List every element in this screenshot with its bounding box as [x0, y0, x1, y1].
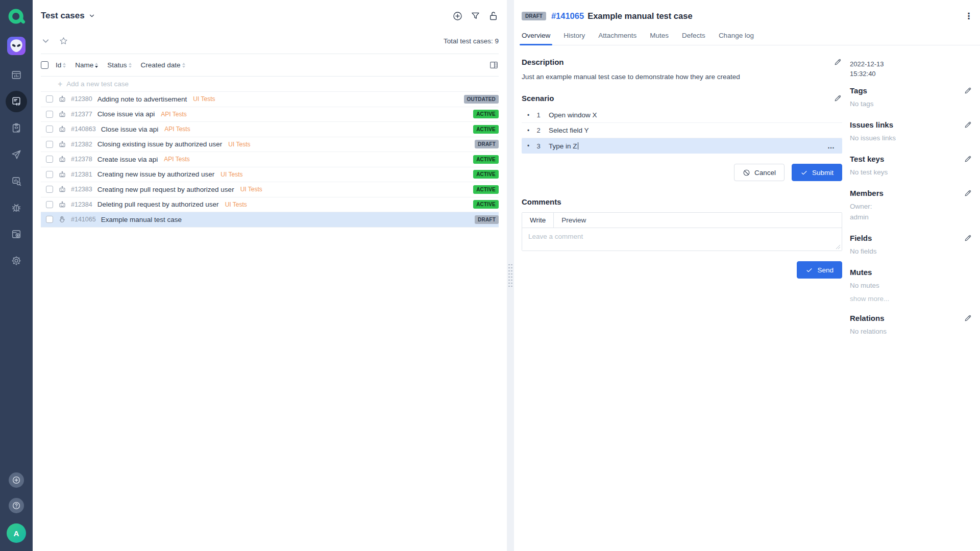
edit-description-icon[interactable]: [834, 58, 842, 66]
meta-value: No issues links: [850, 133, 972, 143]
help-button[interactable]: [9, 498, 24, 513]
table-row[interactable]: #140863Close issue via apiAPI TestsACTIV…: [41, 122, 499, 137]
unlock-icon[interactable]: [488, 11, 499, 21]
comment-tab-preview[interactable]: Preview: [554, 213, 594, 228]
test-case-tag: UI Tests: [193, 95, 215, 103]
rail-item-jobs[interactable]: [6, 223, 27, 245]
allure-logo-icon[interactable]: [6, 6, 27, 27]
app-root: A Test cases Total test cases: 9 Id Na: [0, 0, 980, 551]
defects-icon: [11, 202, 22, 213]
row-checkbox[interactable]: [46, 111, 53, 118]
create-test-case-icon[interactable]: [452, 11, 463, 21]
test-case-id-link[interactable]: #141065: [551, 11, 584, 21]
meta-section-mutes: Mutes No mutesshow more...: [850, 268, 972, 303]
table-settings-icon[interactable]: [489, 60, 499, 70]
detail-tabs: OverviewHistoryAttachmentsMutesDefectsCh…: [522, 32, 980, 45]
status-badge: DRAFT: [475, 140, 499, 148]
tab-mutes[interactable]: Mutes: [650, 32, 669, 45]
table-row[interactable]: #12380Adding note to advertisementUI Tes…: [41, 92, 499, 107]
test-case-tag: API Tests: [164, 126, 190, 133]
edit-scenario-icon[interactable]: [834, 94, 842, 103]
meta-value: No fields: [850, 246, 972, 257]
meta-heading: Members: [850, 189, 884, 197]
kebab-menu-icon[interactable]: ⋮: [964, 11, 974, 21]
send-button[interactable]: Send: [797, 261, 842, 279]
select-all-checkbox[interactable]: [41, 61, 48, 69]
meta-section-test-keys: Test keys No test keys: [850, 155, 972, 178]
scenario-step[interactable]: •1Open window X: [522, 108, 842, 123]
edit-relations-icon[interactable]: [964, 314, 972, 322]
scenario-step[interactable]: •2Select field Y: [522, 123, 842, 138]
plus-icon: +: [58, 80, 62, 88]
tab-attachments[interactable]: Attachments: [598, 32, 636, 45]
table-row[interactable]: #12382Closing existing issue by authoriz…: [41, 137, 499, 153]
row-checkbox[interactable]: [46, 126, 53, 133]
status-badge: ACTIVE: [473, 185, 499, 194]
comment-tab-write[interactable]: Write: [522, 213, 554, 228]
row-checkbox[interactable]: [46, 95, 53, 103]
drag-handle-icon: [508, 263, 513, 288]
table-row[interactable]: #12377Close issue via apiAPI TestsACTIVE: [41, 107, 499, 122]
meta-heading: Tags: [850, 86, 867, 95]
table-row[interactable]: #141065Example manual test caseDRAFT: [41, 212, 499, 228]
column-header-created-date[interactable]: Created date: [141, 61, 185, 69]
step-more-icon[interactable]: …: [827, 142, 835, 150]
column-header-status[interactable]: Status: [107, 61, 131, 69]
favorites-star-icon[interactable]: [59, 36, 68, 46]
user-avatar[interactable]: A: [7, 523, 26, 543]
rail-item-test-plans[interactable]: [6, 117, 27, 139]
submit-button[interactable]: Submit: [792, 164, 842, 181]
edit-test-keys-icon[interactable]: [964, 155, 972, 163]
comment-tabs: WritePreview: [522, 213, 842, 228]
status-badge: ACTIVE: [473, 155, 499, 164]
page-title-dropdown[interactable]: Test cases: [41, 11, 95, 21]
row-checkbox[interactable]: [46, 186, 53, 193]
row-checkbox[interactable]: [46, 201, 53, 208]
scenario-heading: Scenario: [522, 94, 554, 103]
row-checkbox[interactable]: [46, 171, 53, 178]
filter-icon[interactable]: [470, 11, 481, 21]
step-text: Type in Z: [549, 142, 578, 150]
edit-members-icon[interactable]: [964, 189, 972, 197]
scenario-step[interactable]: •3Type in Z…: [522, 138, 842, 154]
edit-issues-links-icon[interactable]: [964, 120, 972, 129]
test-case-id: #12383: [71, 186, 92, 193]
row-checkbox[interactable]: [46, 141, 53, 148]
rail-item-test-cases[interactable]: [6, 91, 27, 112]
dashboard-icon: [11, 69, 22, 81]
sort-icon: [129, 63, 132, 68]
table-row[interactable]: #12381Creating new issue by authorized u…: [41, 167, 499, 183]
column-header-name[interactable]: Name: [75, 61, 98, 69]
rail-item-defects[interactable]: [6, 197, 27, 218]
panel-resizer[interactable]: [507, 0, 514, 551]
row-checkbox[interactable]: [46, 156, 53, 163]
edit-tags-icon[interactable]: [964, 86, 972, 95]
robot-icon: [58, 155, 66, 163]
column-header-id[interactable]: Id: [56, 61, 66, 69]
rail-item-dashboard[interactable]: [6, 64, 27, 86]
project-avatar[interactable]: [7, 37, 26, 55]
table-row[interactable]: #12383Creating new pull request by autho…: [41, 182, 499, 197]
comment-input[interactable]: [522, 228, 842, 251]
step-number: 1: [535, 111, 542, 119]
collapse-chevron-icon[interactable]: [41, 36, 51, 46]
test-case-table: #12380Adding note to advertisementUI Tes…: [41, 92, 499, 228]
tab-defects[interactable]: Defects: [682, 32, 705, 45]
test-case-tag: UI Tests: [220, 171, 242, 178]
rail-item-analytics[interactable]: [6, 170, 27, 192]
cancel-button[interactable]: Cancel: [734, 164, 785, 181]
test-case-tag: API Tests: [164, 156, 189, 163]
row-checkbox[interactable]: [46, 216, 53, 223]
rail-item-settings[interactable]: [6, 250, 27, 271]
table-row[interactable]: #12384Deleting pull request by authorize…: [41, 197, 499, 213]
add-test-case-row[interactable]: + Add a new test case: [41, 77, 499, 92]
tab-change-log[interactable]: Change log: [719, 32, 754, 45]
rail-item-launches[interactable]: [6, 144, 27, 165]
add-button[interactable]: [9, 472, 24, 488]
status-badge: ACTIVE: [473, 170, 499, 179]
tab-history[interactable]: History: [564, 32, 585, 45]
edit-fields-icon[interactable]: [964, 234, 972, 242]
table-row[interactable]: #12378Create issue via apiAPI TestsACTIV…: [41, 152, 499, 167]
show-more-link[interactable]: show more...: [850, 295, 972, 303]
tab-overview[interactable]: Overview: [522, 32, 550, 45]
